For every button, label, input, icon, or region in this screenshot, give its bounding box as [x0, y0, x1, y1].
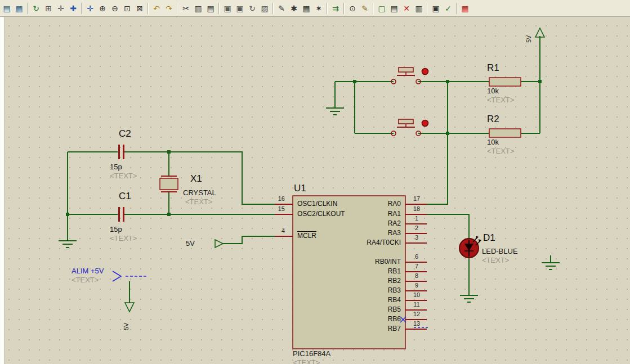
- r1-value-label[interactable]: 10k: [487, 87, 499, 96]
- packaging-tool-icon[interactable]: ▦: [300, 2, 312, 15]
- toolbar-separator: [148, 3, 149, 14]
- c2-value-label[interactable]: 15p: [110, 163, 122, 172]
- zoom-area-icon[interactable]: ⊡: [121, 2, 133, 15]
- block-rotate-icon[interactable]: ↻: [246, 2, 258, 15]
- toolbar-icons: ▤▦↻⊞✛✚✛⊕⊖⊡⊠↶↷✂▥▤▣▣↻▨✎✱▦✶⇉⊙✎▢▤✕▥▣✓▦: [1, 2, 471, 15]
- sheet-list-icon[interactable]: ▤: [388, 2, 400, 15]
- x1-text-label[interactable]: <TEXT>: [185, 198, 212, 206]
- design-explorer-icon[interactable]: ▦: [13, 2, 25, 15]
- ground-buttons: [326, 108, 344, 115]
- wire-autorouter-icon[interactable]: ⇉: [329, 2, 342, 15]
- zoom-out-icon[interactable]: ⊖: [109, 2, 121, 15]
- copy-icon[interactable]: ▥: [192, 2, 204, 15]
- ground-led: [460, 295, 478, 302]
- block-delete-icon[interactable]: ▨: [258, 2, 271, 15]
- alim-label[interactable]: ALIM +5V: [72, 267, 104, 276]
- r1-resistor-body[interactable]: [489, 78, 521, 86]
- toolbar-separator: [218, 3, 220, 14]
- ground-right: [542, 255, 560, 269]
- redo-icon[interactable]: ↷: [163, 2, 175, 15]
- c2-ref-label[interactable]: C2: [119, 128, 131, 139]
- u1-text-label[interactable]: <TEXT>: [293, 359, 320, 364]
- u1-pin-number-right: 10: [409, 291, 424, 298]
- u1-pin-name-right: RB5: [315, 306, 401, 313]
- block-copy-icon[interactable]: ▣: [221, 2, 234, 15]
- block-move-icon[interactable]: ▣: [234, 2, 246, 15]
- zoom-in-icon[interactable]: ⊕: [96, 2, 109, 15]
- toolbar: ▤▦↻⊞✛✚✛⊕⊖⊡⊠↶↷✂▥▤▣▣↻▨✎✱▦✶⇉⊙✎▢▤✕▥▣✓▦: [0, 0, 630, 17]
- make-device-icon[interactable]: ✱: [288, 2, 300, 15]
- u1-pin-name-right: RA3: [315, 230, 401, 237]
- r2-value-label[interactable]: 10k: [487, 138, 499, 147]
- canvas-left-margin: [0, 17, 5, 364]
- u1-pin-name-right: RB0/INT: [315, 258, 401, 266]
- toolbar-separator: [427, 3, 428, 14]
- r2-text-label[interactable]: <TEXT>: [487, 147, 514, 156]
- u1-pin-number-right: 6: [409, 253, 424, 260]
- property-assignment-icon[interactable]: ✎: [359, 2, 371, 15]
- x1-ref-label[interactable]: X1: [190, 173, 202, 184]
- u1-pin-number-right: 12: [409, 311, 424, 317]
- u1-part-label[interactable]: PIC16F84A: [293, 350, 330, 358]
- center-origin-icon[interactable]: ✚: [67, 2, 79, 15]
- top-5v-label[interactable]: 5V: [525, 35, 532, 43]
- toolbar-separator: [327, 3, 328, 14]
- zoom-all-icon[interactable]: ⊠: [133, 2, 146, 15]
- d1-led[interactable]: [459, 236, 481, 258]
- c1-text-label[interactable]: <TEXT>: [110, 235, 137, 243]
- grid-toggle-icon[interactable]: ⊞: [42, 2, 55, 15]
- u1-pin-number-left: 16: [272, 195, 285, 202]
- u1-ref-label[interactable]: U1: [294, 183, 306, 194]
- x1-crystal[interactable]: [160, 176, 178, 192]
- c2-text-label[interactable]: <TEXT>: [110, 172, 137, 181]
- u1-pin-number-right: 3: [409, 234, 424, 241]
- r2-ref-label[interactable]: R2: [487, 114, 499, 124]
- electrical-rules-icon[interactable]: ▦: [459, 2, 471, 15]
- r1-text-label[interactable]: <TEXT>: [487, 96, 514, 105]
- d1-text-label[interactable]: <TEXT>: [482, 257, 509, 265]
- new-sheet-icon[interactable]: ▢: [376, 2, 388, 15]
- r1-ref-label[interactable]: R1: [487, 62, 499, 73]
- cut-icon[interactable]: ✂: [180, 2, 192, 15]
- alim-terminal[interactable]: [113, 271, 148, 281]
- decompose-icon[interactable]: ✶: [312, 2, 325, 15]
- u1-pin-number-right: 8: [409, 272, 424, 279]
- c2-capacitor[interactable]: [119, 145, 123, 159]
- edit-properties-icon[interactable]: ✎: [275, 2, 288, 15]
- toolbar-separator: [27, 3, 28, 14]
- u1-pin-number-right: 1: [409, 215, 424, 222]
- remove-sheet-icon[interactable]: ✕: [400, 2, 413, 15]
- toolbar-separator: [272, 3, 274, 14]
- schematic-canvas[interactable]: C2 15p <TEXT> C1 15p <TEXT> X1 CRYSTAL <…: [0, 17, 630, 364]
- goto-sheet-icon[interactable]: ▥: [413, 2, 425, 15]
- paste-icon[interactable]: ▤: [204, 2, 217, 15]
- u1-pin-number-left: 4: [272, 227, 285, 234]
- false-origin-icon[interactable]: ✛: [55, 2, 67, 15]
- power-terminal-mclr: [215, 240, 223, 248]
- d1-ref-label[interactable]: D1: [483, 232, 495, 243]
- u1-pin-number-right: 2: [409, 224, 424, 231]
- power-terminal-bottom: [125, 303, 134, 312]
- toolbar-separator: [343, 3, 345, 14]
- u1-pin-name-right: RA4/T0CKI: [315, 239, 401, 246]
- d1-value-label[interactable]: LED-BLUE: [482, 248, 518, 256]
- view-report-icon[interactable]: ✓: [442, 2, 454, 15]
- undo-icon[interactable]: ↶: [150, 2, 163, 15]
- u1-pin-number-left: 15: [272, 205, 285, 212]
- search-tag-icon[interactable]: ⊙: [346, 2, 359, 15]
- c1-capacitor[interactable]: [119, 207, 123, 222]
- alim-text-label[interactable]: <TEXT>: [72, 276, 99, 285]
- zoom-sheet-icon[interactable]: ▣: [430, 2, 442, 15]
- c1-ref-label[interactable]: C1: [119, 191, 131, 201]
- x1-value-label[interactable]: CRYSTAL: [183, 189, 216, 197]
- schematic-page-icon[interactable]: ▤: [1, 2, 13, 15]
- bottom-5v-label[interactable]: 5V: [123, 323, 129, 330]
- pan-icon[interactable]: ✛: [84, 2, 96, 15]
- u1-pin-name-right: RB3: [315, 287, 401, 294]
- u1-pin-number-right: 7: [409, 263, 424, 269]
- c1-value-label[interactable]: 15p: [110, 226, 122, 234]
- r2-resistor-body[interactable]: [489, 129, 521, 137]
- u1-pin-number-right: 9: [409, 282, 424, 289]
- refresh-display-icon[interactable]: ↻: [30, 2, 42, 15]
- mclr-5v-label[interactable]: 5V: [186, 240, 195, 248]
